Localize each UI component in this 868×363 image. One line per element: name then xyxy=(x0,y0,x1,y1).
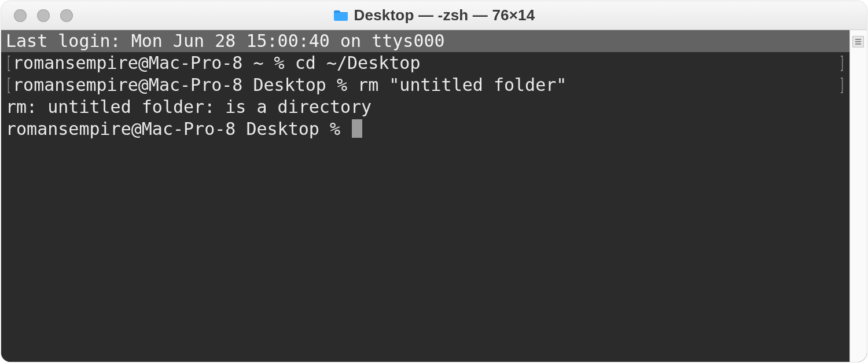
command-line: [romansempire@Mac-Pro-8 Desktop % rm "un… xyxy=(1,74,849,96)
prompt-close-bracket-icon: ] xyxy=(839,74,845,96)
close-window-button[interactable] xyxy=(14,9,27,22)
last-login-line: Last login: Mon Jun 28 15:00:40 on ttys0… xyxy=(1,30,849,52)
output-line: rm: untitled folder: is a directory xyxy=(1,96,849,118)
prompt-text: romansempire@Mac-Pro-8 ~ % xyxy=(13,53,295,73)
command-line: [romansempire@Mac-Pro-8 ~ % cd ~/Desktop… xyxy=(1,52,849,74)
prompt-close-bracket-icon: ] xyxy=(839,52,845,74)
scrollbar-track[interactable] xyxy=(849,30,867,362)
title-area: Desktop — -zsh — 76×14 xyxy=(1,6,867,24)
command-text: cd ~/Desktop xyxy=(295,53,421,73)
command-text: rm "untitled folder" xyxy=(358,75,567,95)
prompt-text: romansempire@Mac-Pro-8 Desktop % xyxy=(6,119,351,139)
prompt-open-bracket-icon: [ xyxy=(6,52,12,74)
cursor-icon xyxy=(352,119,362,138)
window-title: Desktop — -zsh — 76×14 xyxy=(354,6,535,24)
scroll-indicator-icon[interactable] xyxy=(852,36,864,47)
titlebar[interactable]: Desktop — -zsh — 76×14 xyxy=(1,1,867,30)
folder-icon xyxy=(333,9,348,22)
fullscreen-window-button[interactable] xyxy=(60,9,73,22)
terminal-output[interactable]: Last login: Mon Jun 28 15:00:40 on ttys0… xyxy=(1,30,849,362)
content-area: Last login: Mon Jun 28 15:00:40 on ttys0… xyxy=(1,30,867,362)
prompt-text: romansempire@Mac-Pro-8 Desktop % xyxy=(13,75,358,95)
current-prompt-line: romansempire@Mac-Pro-8 Desktop % xyxy=(1,118,849,140)
prompt-open-bracket-icon: [ xyxy=(6,74,12,96)
terminal-window: Desktop — -zsh — 76×14 Last login: Mon J… xyxy=(1,1,867,362)
traffic-lights xyxy=(1,9,73,22)
minimize-window-button[interactable] xyxy=(37,9,50,22)
